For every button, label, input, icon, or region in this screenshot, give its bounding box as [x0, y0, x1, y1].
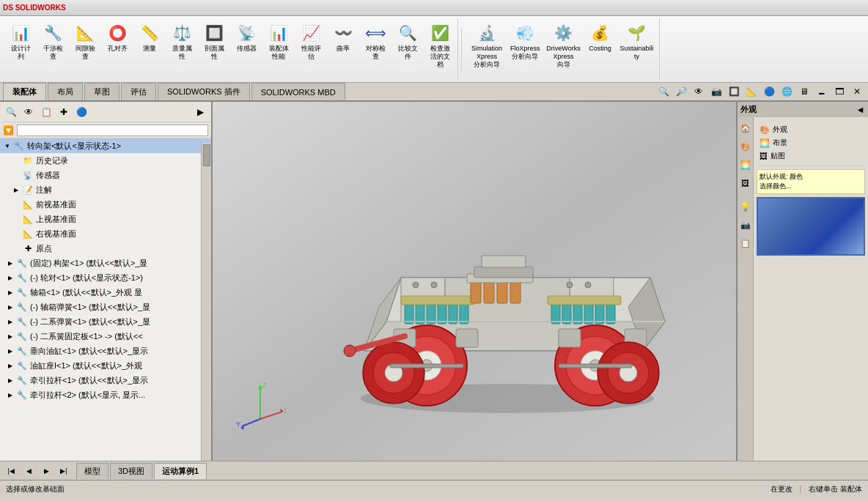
measure-btn[interactable]: 📏 测量: [135, 20, 164, 54]
sim-xpress-btn[interactable]: 🔬 SimulationXpress分析向导: [468, 20, 506, 70]
hole-align-btn[interactable]: ⭕ 孔对齐: [103, 20, 132, 54]
tab-evaluate[interactable]: 评估: [121, 83, 156, 100]
tree-item-wheelset[interactable]: ▶ 🔧 (-) 轮对<1> (默认<显示状态-1>): [0, 270, 211, 285]
panel-tool-3[interactable]: 📋: [38, 104, 54, 120]
costing-btn[interactable]: 💰 Costing: [586, 20, 615, 54]
bottom-tab-3dview[interactable]: 3D视图: [110, 463, 152, 479]
svg-rect-22: [427, 303, 435, 324]
tree-item-history[interactable]: 📁 历史记录: [0, 153, 211, 168]
sensor-btn[interactable]: 📡 传感器: [232, 20, 261, 54]
tree-item-origin[interactable]: ✚ 原点: [0, 241, 211, 256]
zoom-btn[interactable]: 🔎: [673, 84, 689, 100]
nav-next-btn[interactable]: ▶: [38, 463, 54, 479]
color-preview[interactable]: [757, 197, 865, 256]
panel-scrollbar-thumb[interactable]: [203, 144, 210, 166]
svg-rect-33: [548, 296, 621, 305]
perf-eval-btn[interactable]: 📈 性能评估: [296, 20, 326, 62]
view-btn-6[interactable]: 🌐: [779, 84, 795, 100]
check-active-btn[interactable]: ✅ 检查激活的文档: [425, 20, 455, 70]
tree-item-sensor-label: 传感器: [36, 170, 60, 181]
symmetry-btn[interactable]: ⟺ 对称检查: [361, 20, 390, 62]
viewport[interactable]: Z X Y: [213, 102, 736, 461]
bottom-tab-motion[interactable]: 运动算例1: [154, 463, 207, 479]
panel-scrollbar[interactable]: [201, 143, 211, 461]
scene-item-label: 布景: [773, 138, 787, 148]
view-btn-1[interactable]: 👁: [691, 84, 707, 100]
svg-rect-23: [438, 303, 446, 324]
bottom-tabs: |◀ ◀ ▶ ▶| 模型 3D视图 运动算例1: [0, 461, 868, 480]
tree-root-item[interactable]: ▼ 🔧 转向架<默认<显示状态-1>: [0, 138, 211, 153]
decal-item-icon: 🖼: [760, 152, 768, 160]
panel-camera-btn[interactable]: 📷: [738, 218, 753, 232]
tree-item-spring-plate[interactable]: ▶ 🔧 (-) 二系簧固定板<1> -> (默认<<: [0, 329, 211, 344]
tree-item-traction-rod1[interactable]: ▶ 🔧 牵引拉杆<1> (默认<<默认>_显示: [0, 373, 211, 387]
panel-appearance-btn[interactable]: 🎨: [738, 139, 753, 154]
design-study-btn[interactable]: 📊 设计计列: [6, 20, 35, 62]
costing-label: Costing: [589, 45, 611, 53]
tree-item-axle-box-label: 轴箱<1> (默认<<默认>_外观 显: [30, 287, 142, 298]
view-btn-4[interactable]: 📐: [743, 84, 760, 100]
curvature-btn[interactable]: 〰️ 曲率: [328, 20, 358, 54]
tree-item-cylinder[interactable]: ▶ 🔧 垂向油缸<1> (默认<<默认>_显示: [0, 344, 211, 358]
view-btn-2[interactable]: 📷: [708, 84, 724, 100]
tree-item-sensor[interactable]: 📡 传感器: [0, 168, 211, 182]
panel-decal-btn[interactable]: 🖼: [738, 176, 753, 190]
tab-layout[interactable]: 布局: [48, 83, 83, 100]
tab-sw-plugins[interactable]: SOLIDWORKS 插件: [158, 83, 250, 100]
mass-prop-btn[interactable]: ⚖️ 质量属性: [167, 20, 196, 62]
section-btn[interactable]: 🔲 剖面属性: [199, 20, 229, 62]
tree-item-axle-box[interactable]: ▶ 🔧 轴箱<1> (默认<<默认>_外观 显: [0, 285, 211, 300]
tree-item-frame[interactable]: ▶ 🔧 (固定) 构架<1> (默认<<默认>_显: [0, 256, 211, 270]
tree-item-traction-rod2[interactable]: ▶ 🔧 牵引拉杆<2> (默认<显示, 显示...: [0, 387, 211, 402]
tab-sketch[interactable]: 草图: [84, 83, 119, 100]
interference-btn[interactable]: 🔧 干涉检查: [38, 20, 67, 62]
tree-item-right-plane[interactable]: 📐 右视基准面: [0, 226, 211, 241]
panel-scene-btn[interactable]: 🌅: [738, 157, 753, 172]
tree-item-front-plane[interactable]: 📐 前视基准面: [0, 197, 211, 212]
nav-prev-btn[interactable]: ◀: [21, 463, 37, 479]
sensor-label: 传感器: [237, 45, 257, 53]
search-btn[interactable]: 🔍: [655, 84, 672, 100]
panel-expand-btn[interactable]: ▶: [192, 104, 208, 120]
flo-xpress-btn[interactable]: 💨 FloXpress分析向导: [509, 20, 542, 62]
panel-tool-5[interactable]: 🔵: [73, 104, 89, 120]
panel-tool-4[interactable]: ✚: [56, 104, 72, 120]
compare-doc-btn[interactable]: 🔍 比较文件: [393, 20, 422, 62]
tree-item-spring2[interactable]: ▶ 🔧 (-) 二系弹簧<1> (默认<<默认>_显: [0, 314, 211, 329]
drive-xpress-btn[interactable]: ⚙️ DriveWorksXpress向导: [545, 20, 583, 70]
sustainability-label: Sustainability: [619, 45, 655, 61]
assembly-vis-label: 装配体性能: [269, 45, 289, 61]
window-minimize[interactable]: 🗕: [814, 84, 830, 100]
tree-item-cylinder-seat[interactable]: ▶ 🔧 油缸座I<1> (默认<<默认>_外观: [0, 358, 211, 373]
tree-item-spring1[interactable]: ▶ 🔧 (-) 轴箱弹簧<1> (默认<<默认>_显: [0, 300, 211, 314]
tree-item-right-plane-label: 右视基准面: [36, 229, 76, 240]
ribbon-quick-group: 📊 设计计列 🔧 干涉检查 📐 间隙验查 ⭕ 孔对齐 📏 测量: [3, 18, 458, 80]
traction-rod1-icon: 🔧: [16, 374, 28, 386]
panel-light-btn[interactable]: 💡: [738, 199, 753, 214]
tree-item-spring-plate-label: (-) 二系簧固定板<1> -> (默认<<: [30, 331, 143, 342]
tab-sw-mbd[interactable]: SOLIDWORKS MBD: [251, 83, 345, 100]
window-close[interactable]: ✕: [849, 84, 865, 100]
window-maximize[interactable]: 🗖: [831, 84, 847, 100]
tab-assembly[interactable]: 装配体: [3, 83, 46, 100]
sensor-icon-tree: 📡: [22, 169, 34, 181]
tree-item-notes[interactable]: ▶ 📝 注解: [0, 182, 211, 197]
sustainability-btn[interactable]: 🌱 Sustainability: [618, 20, 656, 62]
panel-display-btn[interactable]: 📋: [738, 236, 753, 250]
assembly-vis-btn[interactable]: 📊 装配体性能: [264, 20, 293, 62]
view-btn-7[interactable]: 🖥: [796, 84, 812, 100]
view-btn-5[interactable]: 🔵: [761, 84, 777, 100]
bottom-tab-model[interactable]: 模型: [76, 463, 108, 479]
panel-view-btn[interactable]: 🏠: [738, 121, 753, 136]
nav-first-btn[interactable]: |◀: [3, 463, 19, 479]
clearance-btn[interactable]: 📐 间隙验查: [70, 20, 100, 62]
tree-item-top-plane[interactable]: 📐 上视基准面: [0, 212, 211, 226]
panel-tool-2[interactable]: 👁: [21, 104, 37, 120]
svg-rect-51: [482, 256, 526, 267]
panel-tool-1[interactable]: 🔍: [3, 104, 19, 120]
filter-input[interactable]: [17, 125, 208, 136]
appearance-item-label: 外观: [773, 125, 787, 135]
nav-last-btn[interactable]: ▶|: [56, 463, 72, 479]
view-btn-3[interactable]: 🔲: [726, 84, 742, 100]
appearance-collapse-btn[interactable]: ◀: [855, 105, 865, 115]
